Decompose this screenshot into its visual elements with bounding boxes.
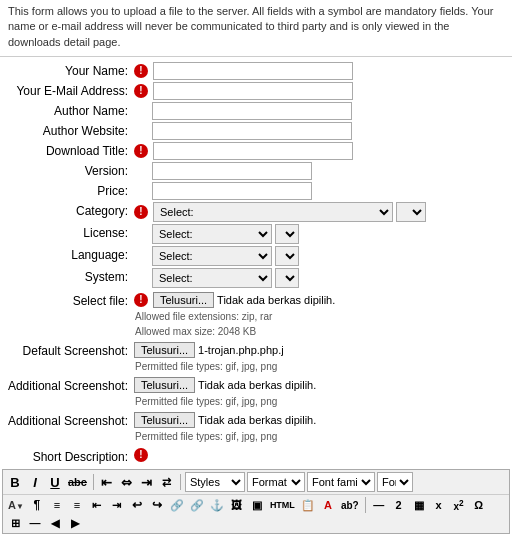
tb-icon-num2[interactable]: 2 [390, 498, 408, 512]
your-name-input[interactable] [153, 62, 353, 80]
tb-icon-spellcheck[interactable]: ab? [339, 499, 361, 512]
license-label: License: [4, 224, 134, 240]
additional-screenshot1-nofile: Tidak ada berkas dipilih. [198, 379, 316, 391]
tb-icon-omega[interactable]: Ω [470, 498, 488, 512]
toolbar-row1: B I U abc ⇤ ⇔ ⇥ ⇄ Styles Format Font fam… [3, 470, 509, 495]
tb-icon-line[interactable]: — [26, 516, 44, 530]
tb-icon-clipboard[interactable]: 📋 [299, 498, 317, 513]
select-file-hint1: Allowed file extensions: zip, rar [0, 309, 512, 324]
default-screenshot-label: Default Screenshot: [4, 342, 134, 358]
tb-icon-link[interactable]: 🔗 [168, 498, 186, 513]
tb-icon-list-ordered[interactable]: ≡ [68, 498, 86, 512]
category-select-secondary[interactable] [396, 202, 426, 222]
version-input[interactable] [152, 162, 312, 180]
tb-icon-redo[interactable]: ↪ [148, 497, 166, 513]
tb-icon-indent[interactable]: ⇥ [108, 498, 126, 513]
license-select[interactable]: Select: [152, 224, 272, 244]
additional-screenshot1-hint: Permitted file types: gif, jpg, png [0, 394, 512, 409]
author-website-input[interactable] [152, 122, 352, 140]
select-file-nofile: Tidak ada berkas dipilih. [217, 294, 335, 306]
bold-button[interactable]: B [6, 474, 24, 491]
required-icon-title: ! [134, 144, 148, 158]
tb-icon-media[interactable]: ▣ [248, 498, 266, 513]
license-select-arrow[interactable] [275, 224, 299, 244]
version-label: Version: [4, 162, 134, 178]
additional-screenshot2-browse-button[interactable]: Telusuri... [134, 412, 195, 428]
select-file-hint2: Allowed max size: 2048 KB [0, 324, 512, 339]
tb-icon-paragraph[interactable]: ¶ [28, 497, 46, 513]
price-label: Price: [4, 182, 134, 198]
language-label: Language: [4, 246, 134, 262]
select-file-label: Select file: [4, 292, 134, 308]
toolbar-separator3 [365, 497, 366, 513]
required-icon-email: ! [134, 84, 148, 98]
system-select[interactable]: Select: [152, 268, 272, 288]
tb-icon-anchor[interactable]: ⚓ [208, 498, 226, 513]
short-description-label: Short Description: [4, 448, 134, 464]
format-select[interactable]: Format [247, 472, 305, 492]
align-justify-button[interactable]: ⇄ [158, 475, 176, 490]
tb-icon-fontcolor[interactable]: A▼ [6, 498, 26, 512]
tb-icon-superscript[interactable]: x2 [450, 497, 468, 513]
category-select[interactable]: Select: [153, 202, 393, 222]
top-notice: This form allows you to upload a file to… [0, 0, 512, 57]
toolbar-separator2 [180, 474, 181, 490]
select-file-browse-button[interactable]: Telusuri... [153, 292, 214, 308]
tb-icon-x[interactable]: x [430, 498, 448, 512]
required-icon-category: ! [134, 205, 148, 219]
language-select-arrow[interactable] [275, 246, 299, 266]
tb-icon-prev[interactable]: ◀ [46, 516, 64, 531]
additional-screenshot2-label: Additional Screenshot: [4, 412, 134, 428]
tb-icon-list-unordered[interactable]: ≡ [48, 498, 66, 512]
download-title-label: Download Title: [4, 142, 134, 158]
styles-select[interactable]: Styles [185, 472, 245, 492]
default-screenshot-filename: 1-trojan.php.php.j [198, 344, 284, 356]
underline-button[interactable]: U [46, 474, 64, 491]
strikethrough-button[interactable]: abc [66, 475, 89, 489]
tb-icon-image[interactable]: 🖼 [228, 498, 246, 512]
editor-toolbar: B I U abc ⇤ ⇔ ⇥ ⇄ Styles Format Font fam… [2, 469, 510, 533]
required-icon-name: ! [134, 64, 148, 78]
email-label: Your E-Mail Address: [4, 82, 134, 98]
tb-icon-fontcolor2[interactable]: A [319, 498, 337, 512]
tb-icon-outdent[interactable]: ⇤ [88, 498, 106, 513]
align-left-button[interactable]: ⇤ [98, 474, 116, 491]
language-select[interactable]: Select: [152, 246, 272, 266]
fontfamily-select[interactable]: Font family [307, 472, 375, 492]
fontsize-select[interactable]: Font [377, 472, 413, 492]
author-name-input[interactable] [152, 102, 352, 120]
tb-icon-table[interactable]: ▦ [410, 498, 428, 513]
system-label: System: [4, 268, 134, 284]
tb-icon-unlink[interactable]: 🔗 [188, 498, 206, 513]
price-input[interactable] [152, 182, 312, 200]
category-label: Category: [4, 202, 134, 218]
tb-icon-dash[interactable]: — [370, 498, 388, 512]
toolbar-row2: A▼ ¶ ≡ ≡ ⇤ ⇥ ↩ ↪ 🔗 🔗 ⚓ 🖼 ▣ HTML 📋 A ab? … [3, 495, 509, 532]
system-select-arrow[interactable] [275, 268, 299, 288]
additional-screenshot1-label: Additional Screenshot: [4, 377, 134, 393]
default-screenshot-hint: Permitted file types: gif, jpg, png [0, 359, 512, 374]
required-icon-short-desc: ! [134, 448, 148, 462]
email-input[interactable] [153, 82, 353, 100]
download-title-input[interactable] [153, 142, 353, 160]
toolbar-separator1 [93, 474, 94, 490]
additional-screenshot1-browse-button[interactable]: Telusuri... [134, 377, 195, 393]
required-icon-file: ! [134, 293, 148, 307]
tb-icon-undo[interactable]: ↩ [128, 497, 146, 513]
italic-button[interactable]: I [26, 474, 44, 491]
additional-screenshot2-nofile: Tidak ada berkas dipilih. [198, 414, 316, 426]
tb-icon-next[interactable]: ▶ [66, 516, 84, 531]
your-name-label: Your Name: [4, 62, 134, 78]
tb-icon-table2[interactable]: ⊞ [6, 516, 24, 531]
align-center-button[interactable]: ⇔ [118, 474, 136, 491]
tb-icon-html[interactable]: HTML [268, 499, 297, 511]
default-screenshot-browse-button[interactable]: Telusuri... [134, 342, 195, 358]
additional-screenshot2-hint: Permitted file types: gif, jpg, png [0, 429, 512, 444]
align-right-button[interactable]: ⇥ [138, 474, 156, 491]
author-website-label: Author Website: [4, 122, 134, 138]
author-name-label: Author Name: [4, 102, 134, 118]
